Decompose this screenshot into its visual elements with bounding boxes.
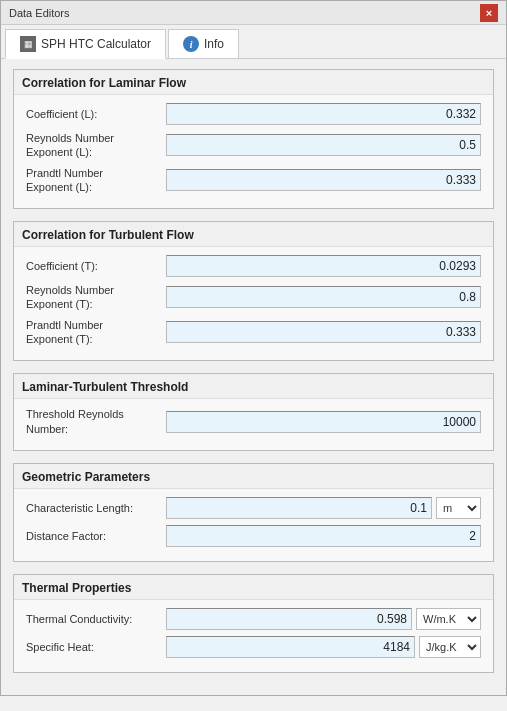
laminar-header: Correlation for Laminar Flow — [14, 70, 493, 95]
laminar-reynolds-label: Reynolds NumberExponent (L): — [26, 131, 166, 160]
laminar-coefficient-label: Coefficient (L): — [26, 107, 166, 121]
laminar-reynolds-input[interactable] — [166, 134, 481, 156]
threshold-reynolds-label: Threshold ReynoldsNumber: — [26, 407, 166, 436]
char-length-unit-select[interactable]: m cm mm ft — [436, 497, 481, 519]
distance-factor-input-wrap — [166, 525, 481, 547]
laminar-prandtl-row: Prandtl NumberExponent (L): — [26, 166, 481, 195]
laminar-prandtl-label: Prandtl NumberExponent (L): — [26, 166, 166, 195]
geometric-body: Characteristic Length: m cm mm ft Distan… — [14, 489, 493, 561]
main-content: Correlation for Laminar Flow Coefficient… — [1, 59, 506, 695]
close-button[interactable]: × — [480, 4, 498, 22]
turbulent-coefficient-row: Coefficient (T): — [26, 255, 481, 277]
laminar-body: Coefficient (L): Reynolds NumberExponent… — [14, 95, 493, 208]
distance-factor-input[interactable] — [166, 525, 481, 547]
threshold-reynolds-input[interactable] — [166, 411, 481, 433]
turbulent-reynolds-row: Reynolds NumberExponent (T): — [26, 283, 481, 312]
turbulent-coefficient-label: Coefficient (T): — [26, 259, 166, 273]
laminar-prandtl-input[interactable] — [166, 169, 481, 191]
window-title: Data Editors — [9, 7, 70, 19]
distance-factor-label: Distance Factor: — [26, 529, 166, 543]
threshold-section: Laminar-Turbulent Threshold Threshold Re… — [13, 373, 494, 451]
turbulent-prandtl-label: Prandtl NumberExponent (T): — [26, 318, 166, 347]
turbulent-coefficient-input-wrap — [166, 255, 481, 277]
laminar-reynolds-row: Reynolds NumberExponent (L): — [26, 131, 481, 160]
threshold-reynolds-row: Threshold ReynoldsNumber: — [26, 407, 481, 436]
geometric-header: Geometric Parameters — [14, 464, 493, 489]
threshold-header: Laminar-Turbulent Threshold — [14, 374, 493, 399]
thermal-conductivity-input-wrap: W/m.K W/m.°C — [166, 608, 481, 630]
threshold-body: Threshold ReynoldsNumber: — [14, 399, 493, 450]
tab-sph-htc[interactable]: ▦ SPH HTC Calculator — [5, 29, 166, 59]
turbulent-prandtl-input-wrap — [166, 321, 481, 343]
turbulent-header: Correlation for Turbulent Flow — [14, 222, 493, 247]
specific-heat-row: Specific Heat: J/kg.K J/kg.°C — [26, 636, 481, 658]
turbulent-body: Coefficient (T): Reynolds NumberExponent… — [14, 247, 493, 360]
tab-bar: ▦ SPH HTC Calculator i Info — [1, 25, 506, 59]
char-length-input-wrap: m cm mm ft — [166, 497, 481, 519]
title-bar: Data Editors × — [1, 1, 506, 25]
geometric-section: Geometric Parameters Characteristic Leng… — [13, 463, 494, 562]
specific-heat-unit-select[interactable]: J/kg.K J/kg.°C — [419, 636, 481, 658]
thermal-section: Thermal Properties Thermal Conductivity:… — [13, 574, 494, 673]
specific-heat-input-wrap: J/kg.K J/kg.°C — [166, 636, 481, 658]
thermal-conductivity-input[interactable] — [166, 608, 412, 630]
laminar-reynolds-input-wrap — [166, 134, 481, 156]
tab-info[interactable]: i Info — [168, 29, 239, 58]
laminar-prandtl-input-wrap — [166, 169, 481, 191]
char-length-label: Characteristic Length: — [26, 501, 166, 515]
char-length-input[interactable] — [166, 497, 432, 519]
turbulent-section: Correlation for Turbulent Flow Coefficie… — [13, 221, 494, 361]
thermal-conductivity-row: Thermal Conductivity: W/m.K W/m.°C — [26, 608, 481, 630]
tab-info-label: Info — [204, 37, 224, 51]
thermal-conductivity-unit-select[interactable]: W/m.K W/m.°C — [416, 608, 481, 630]
info-tab-icon: i — [183, 36, 199, 52]
turbulent-reynolds-input[interactable] — [166, 286, 481, 308]
thermal-conductivity-label: Thermal Conductivity: — [26, 612, 166, 626]
specific-heat-input[interactable] — [166, 636, 415, 658]
turbulent-coefficient-input[interactable] — [166, 255, 481, 277]
turbulent-prandtl-input[interactable] — [166, 321, 481, 343]
turbulent-reynolds-input-wrap — [166, 286, 481, 308]
distance-factor-row: Distance Factor: — [26, 525, 481, 547]
laminar-section: Correlation for Laminar Flow Coefficient… — [13, 69, 494, 209]
tab-sph-htc-label: SPH HTC Calculator — [41, 37, 151, 51]
laminar-coefficient-input-wrap — [166, 103, 481, 125]
thermal-header: Thermal Properties — [14, 575, 493, 600]
turbulent-prandtl-row: Prandtl NumberExponent (T): — [26, 318, 481, 347]
thermal-body: Thermal Conductivity: W/m.K W/m.°C Speci… — [14, 600, 493, 672]
main-window: Data Editors × ▦ SPH HTC Calculator i In… — [0, 0, 507, 696]
specific-heat-label: Specific Heat: — [26, 640, 166, 654]
laminar-coefficient-row: Coefficient (L): — [26, 103, 481, 125]
turbulent-reynolds-label: Reynolds NumberExponent (T): — [26, 283, 166, 312]
calculator-icon: ▦ — [20, 36, 36, 52]
char-length-row: Characteristic Length: m cm mm ft — [26, 497, 481, 519]
threshold-reynolds-input-wrap — [166, 411, 481, 433]
laminar-coefficient-input[interactable] — [166, 103, 481, 125]
